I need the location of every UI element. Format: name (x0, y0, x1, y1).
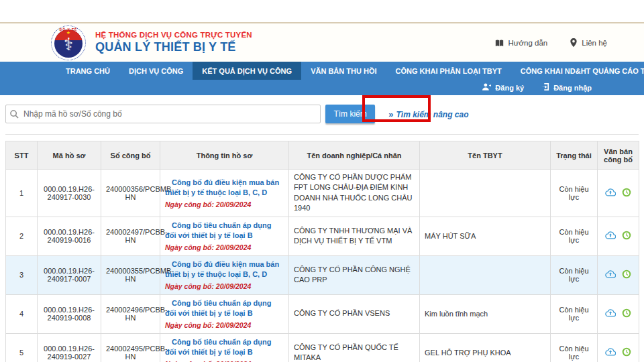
cell-stt: 5 (6, 333, 38, 362)
history-icon[interactable] (622, 269, 631, 280)
top-strip (0, 0, 644, 22)
nav-item-trang-chu[interactable]: TRANG CHỦ (56, 62, 119, 80)
cell-ma-ho-so: 000.00.19.H26-240919-0016 (38, 217, 101, 255)
publish-date: Ngày công bố: 20/09/2024 (165, 243, 284, 251)
cell-stt: 2 (6, 217, 38, 255)
cell-ten-tbyt: Kim luồn tĩnh mạch (420, 294, 551, 333)
cell-trang-thai: Còn hiệu lực (551, 170, 598, 217)
cell-trang-thai: Còn hiệu lực (551, 333, 598, 362)
cell-doanh-nghiep: CÔNG TY TNHH THƯƠNG MẠI VÀ DỊCH VỤ THIẾT… (289, 217, 420, 255)
col-header-so-cong-bo: Số công bố (101, 141, 160, 170)
table-row: 3 000.00.19.H26-240917-0007 240000355/PC… (6, 255, 639, 294)
history-icon[interactable] (622, 347, 631, 358)
cell-stt: 1 (6, 170, 38, 217)
book-icon (495, 39, 504, 47)
cell-van-ban (598, 333, 639, 362)
site-header: BỘ Y TẾ ★ ⚕ HỆ THỐNG DỊCH VỤ CÔNG TRỰC T… (0, 23, 644, 62)
cell-ma-ho-so: 000.00.19.H26-240919-0027 (38, 333, 101, 362)
col-header-trang-thai: Trạng thái (551, 141, 598, 170)
map-marker-icon (570, 38, 577, 47)
col-header-ten-tbyt: Tên TBYT (420, 141, 551, 170)
sign-in-icon (541, 83, 549, 92)
col-header-van-ban: Văn bản công bố (598, 141, 639, 170)
dossier-title-link[interactable]: Công bố tiêu chuẩn áp dụng đối với thiết… (165, 221, 284, 241)
cell-van-ban (598, 217, 639, 255)
cell-ten-tbyt (420, 255, 551, 294)
nav-item-ket-qua-dich-vu-cong[interactable]: KẾT QUẢ DỊCH VỤ CÔNG (193, 62, 301, 80)
table-row: 1 000.00.19.H26-240917-0030 240000356/PC… (6, 170, 639, 217)
cell-van-ban (598, 294, 639, 333)
cell-doanh-nghiep: CÔNG TY CỔ PHẦN QUỐC TẾ MITAKA (289, 333, 420, 362)
cell-trang-thai: Còn hiệu lực (551, 255, 598, 294)
page-title: QUẢN LÝ THIẾT BỊ Y TẾ (95, 40, 252, 54)
nav-item-cong-khai-phan-loai[interactable]: CÔNG KHAI PHÂN LOẠI TBYT (386, 62, 511, 80)
table-row: 4 000.00.19.H26-240919-0008 240002496/PC… (6, 294, 639, 333)
user-plus-icon (482, 83, 491, 92)
search-input[interactable] (5, 105, 321, 123)
cell-trang-thai: Còn hiệu lực (551, 294, 598, 333)
dossier-title-link[interactable]: Công bố đủ điều kiện mua bán thiết bị y … (165, 259, 284, 280)
dossier-title-link[interactable]: Công bố tiêu chuẩn áp dụng đối với thiết… (165, 337, 284, 357)
login-link[interactable]: Đăng nhập (541, 83, 592, 92)
cell-so-cong-bo: 240002495/PCBB-HN (101, 333, 160, 362)
search-button[interactable]: Tìm kiếm (325, 105, 374, 123)
section-divider (5, 134, 639, 135)
cell-so-cong-bo: 240000356/PCBMB-HN (101, 170, 160, 217)
publish-date: Ngày công bố: 20/09/2024 (165, 282, 284, 290)
table-row: 2 000.00.19.H26-240919-0016 240002497/PC… (6, 217, 639, 255)
cell-thong-tin: Công bố tiêu chuẩn áp dụng đối với thiết… (160, 333, 289, 362)
medical-staff-icon: ⚕ (54, 36, 83, 53)
cloud-download-icon[interactable] (605, 348, 616, 357)
cloud-download-icon[interactable] (605, 231, 616, 241)
col-header-stt: STT (6, 141, 38, 170)
cell-doanh-nghiep: CÔNG TY CỔ PHẦN CÔNG NGHỆ CAO PRP (289, 255, 420, 294)
history-icon[interactable] (622, 231, 631, 241)
cell-trang-thai: Còn hiệu lực (551, 217, 598, 255)
cell-van-ban (598, 170, 639, 217)
table-row: 5 000.00.19.H26-240919-0027 240002495/PC… (6, 333, 639, 362)
publish-date: Ngày công bố: 20/09/2024 (165, 200, 284, 208)
search-section: Tìm kiếm » Tìm kiếm nâng cao (0, 95, 644, 131)
cell-stt: 4 (6, 294, 38, 333)
ministry-of-health-logo: BỘ Y TẾ ★ ⚕ (51, 25, 86, 60)
history-icon[interactable] (622, 188, 631, 198)
cell-thong-tin: Công bố tiêu chuẩn áp dụng đối với thiết… (160, 217, 289, 255)
cell-ten-tbyt (420, 170, 551, 217)
col-header-doanh-nghiep: Tên doanh nghiệp/Cá nhân (289, 141, 420, 170)
system-title: HỆ THỐNG DỊCH VỤ CÔNG TRỰC TUYẾN (95, 31, 252, 39)
help-link[interactable]: Hướng dẫn (495, 39, 548, 47)
cell-ten-tbyt: GEL HỖ TRỢ PHỤ KHOA (420, 333, 551, 362)
nav-item-cong-khai-quang-cao[interactable]: CÔNG KHAI ND&HT QUẢNG CÁO TBYT (511, 62, 644, 80)
table-header-row: STT Mã hồ sơ Số công bố Thông tin hồ sơ … (6, 141, 639, 170)
cell-doanh-nghiep: CÔNG TY CỔ PHẦN DƯỢC PHẨM FPT LONG CHÂU-… (289, 170, 420, 217)
dossier-title-link[interactable]: Công bố tiêu chuẩn áp dụng đối với thiết… (165, 298, 284, 318)
main-navigation: TRANG CHỦ DỊCH VỤ CÔNG KẾT QUẢ DỊCH VỤ C… (0, 62, 644, 95)
cell-van-ban (598, 255, 639, 294)
results-table: STT Mã hồ sơ Số công bố Thông tin hồ sơ … (5, 141, 639, 362)
cell-doanh-nghiep: CÔNG TY CỔ PHẦN VSENS (289, 294, 420, 333)
cell-so-cong-bo: 240002496/PCBB-HN (101, 294, 160, 333)
cloud-download-icon[interactable] (605, 188, 616, 198)
cell-ma-ho-so: 000.00.19.H26-240919-0008 (38, 294, 101, 333)
nav-item-van-ban-thu-hoi[interactable]: VĂN BẢN THU HỒI (301, 62, 386, 80)
cell-ma-ho-so: 000.00.19.H26-240917-0030 (38, 170, 101, 217)
cloud-download-icon[interactable] (605, 270, 616, 280)
col-header-ma-ho-so: Mã hồ sơ (38, 141, 101, 170)
search-icon (10, 109, 19, 121)
cell-stt: 3 (6, 255, 38, 294)
cell-ma-ho-so: 000.00.19.H26-240917-0007 (38, 255, 101, 294)
dossier-title-link[interactable]: Công bố đủ điều kiện mua bán thiết bị y … (165, 178, 284, 198)
cell-so-cong-bo: 240002497/PCBB-HN (101, 217, 160, 255)
double-chevron-icon: » (388, 109, 393, 119)
history-icon[interactable] (622, 308, 631, 319)
advanced-search-link[interactable]: » Tìm kiếm nâng cao (388, 109, 468, 119)
col-header-thong-tin: Thông tin hồ sơ (160, 141, 289, 170)
cell-so-cong-bo: 240000355/PCBMB-HN (101, 255, 160, 294)
cell-ten-tbyt: MÁY HÚT SỮA (420, 217, 551, 255)
contact-link[interactable]: Liên hệ (570, 38, 607, 47)
cell-thong-tin: Công bố đủ điều kiện mua bán thiết bị y … (160, 255, 289, 294)
register-link[interactable]: Đăng ký (482, 83, 524, 92)
nav-item-dich-vu-cong[interactable]: DỊCH VỤ CÔNG (119, 62, 193, 80)
cloud-download-icon[interactable] (605, 309, 616, 318)
cell-thong-tin: Công bố đủ điều kiện mua bán thiết bị y … (160, 170, 289, 217)
